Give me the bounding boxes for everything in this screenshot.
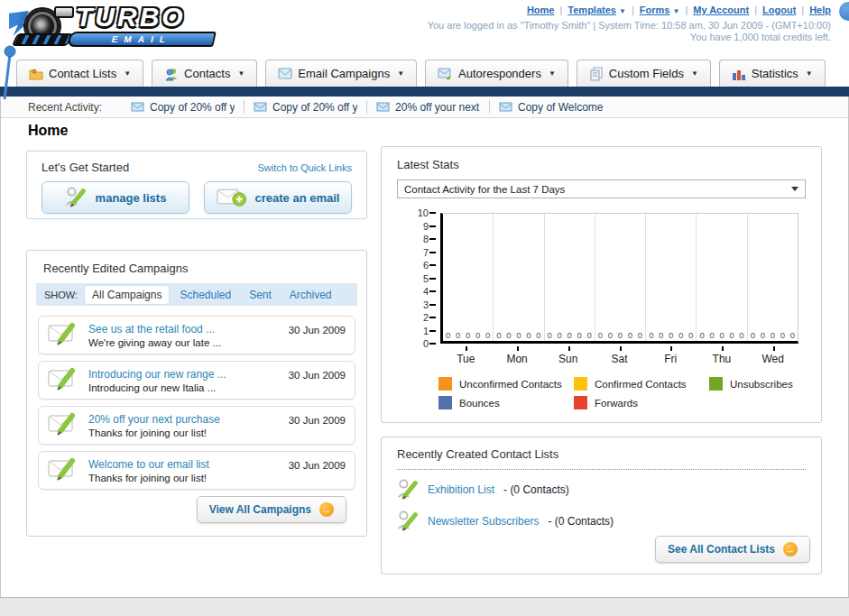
show-label: SHOW: [44,290,78,300]
button-label: manage lists [96,191,167,205]
separator: | [685,5,688,15]
campaign-date: 30 Jun 2009 [289,454,346,487]
campaign-row: 20% off your next purchase Thanks for jo… [38,406,355,445]
y-axis-tick [429,278,436,280]
filter-sent[interactable]: Sent [242,286,279,304]
chevron-down-icon: ▼ [549,69,556,78]
value-label: 0 [506,330,511,340]
recent-activity-item[interactable]: Copy of Welcome to [490,100,612,114]
legend-label: Bounces [459,398,500,409]
y-axis-label: 2 [403,312,429,323]
recent-activity-item[interactable]: Copy of 20% off yo [245,100,367,114]
value-label: 0 [751,330,755,340]
y-axis-label: 8 [403,234,429,244]
campaigns-title: Recently Edited Campaigns [27,251,366,283]
envelope-icon [278,68,292,79]
dropdown-value: Contact Activity for the Last 7 Days [404,184,565,195]
latest-stats-panel: Latest Stats Contact Activity for the La… [381,146,822,423]
chevron-down-icon: ▼ [237,69,245,78]
campaign-link[interactable]: 20% off your next purchase [88,413,281,426]
separator: | [632,5,634,15]
value-label: 0 [446,330,450,340]
campaign-subtitle: Introducing our new Italia ... [88,382,281,393]
value-label: 0 [485,330,490,340]
campaign-date: 30 Jun 2009 [289,318,346,352]
tab-label: Email Campaigns [298,67,390,80]
filter-all-campaigns[interactable]: All Campaigns [85,286,169,304]
top-link-forms[interactable]: Forms [640,5,670,15]
top-link-help[interactable]: Help [809,5,831,15]
y-axis-label: 9 [403,221,429,232]
campaign-link[interactable]: Introducing our new range ... [88,368,281,381]
pages-icon [589,67,604,81]
filter-archived[interactable]: Archived [282,286,339,304]
x-axis-label: Wed [747,346,798,365]
top-header: TURBO EMAIL Home|Templates ▼|Forms ▼|My … [0,0,849,54]
top-link-templates[interactable]: Templates [568,5,616,15]
create-an-email-button[interactable]: create an email [204,181,352,214]
x-axis-label: Sat [594,346,645,365]
button-label: See All Contact Lists [668,543,775,556]
legend-swatch-icon [574,377,587,391]
tab-autoresponders[interactable]: Autoresponders ▼ [425,60,568,87]
tab-custom-fields[interactable]: Custom Fields ▼ [577,60,711,87]
tab-contact-lists[interactable]: Contact Lists ▼ [16,60,143,87]
value-label: 0 [548,330,552,340]
value-label: 0 [699,330,704,340]
campaign-link[interactable]: Welcome to our email list [88,458,281,471]
recent-activity-bar: Recent Activity: Copy of 20% off yo Copy… [1,97,848,118]
legend-item: Unconfirmed Contacts [438,377,574,391]
value-label: 0 [608,330,613,340]
contact-list-link[interactable]: Newsletter Subscribers [428,515,539,528]
value-label: 0 [688,330,693,340]
recent-activity-item[interactable]: 20% off your next p [367,100,490,114]
top-link-home[interactable]: Home [527,5,555,15]
campaign-link[interactable]: See us at the retail food ... [88,323,281,336]
campaigns-filter-bar: SHOW: All Campaigns Scheduled Sent Archi… [36,283,357,306]
tab-contacts[interactable]: Contacts ▼ [152,60,257,87]
activity-text: Copy of Welcome to [518,101,603,114]
y-axis-label: 3 [403,299,429,310]
y-axis-label: 0 [403,338,429,349]
value-label: 0 [598,330,603,340]
stats-title: Latest Stats [397,158,806,171]
value-label: 0 [568,330,572,340]
turbo-email-logo[interactable]: TURBO EMAIL [9,4,226,52]
value-label: 0 [719,330,724,340]
page-title: Home [28,123,68,139]
value-label: 0 [638,330,642,340]
value-label: 0 [526,330,531,340]
campaign-row: Introducing our new range ... Introducin… [38,361,355,400]
chart-day-group: 00000 [748,214,798,341]
view-all-campaigns-button[interactable]: View All Campaigns → [197,496,346,523]
envelope-plus-icon [217,187,246,208]
value-label: 0 [587,330,592,340]
contact-list-link[interactable]: Exhibition List [428,483,494,496]
value-label: 0 [739,330,743,340]
top-link-logout[interactable]: Logout [762,5,796,15]
y-axis-tick [429,212,436,214]
chart-day-group: 00000 [646,214,697,341]
legend-swatch-icon [438,377,452,391]
tab-statistics[interactable]: Statistics ▼ [719,60,826,87]
campaign-row: Welcome to our email list Thanks for joi… [38,451,355,490]
get-started-title: Let's Get Started [42,161,129,174]
chart-day-group: 00000 [545,214,595,341]
help-bubble-icon[interactable] [839,2,849,21]
activity-text: Copy of 20% off yo [272,101,357,114]
manage-lists-button[interactable]: manage lists [42,181,189,214]
see-all-contact-lists-button[interactable]: See All Contact Lists → [655,536,810,563]
value-label: 0 [771,330,775,340]
filter-scheduled[interactable]: Scheduled [172,286,238,304]
chart-yaxis: 012345678910 [397,213,438,344]
switch-to-quick-links[interactable]: Switch to Quick Links [257,162,352,173]
chevron-down-icon: ▼ [397,69,404,78]
top-link-my-account[interactable]: My Account [693,5,749,15]
recent-activity-item[interactable]: Copy of 20% off yo [122,100,245,114]
value-label: 0 [577,330,582,340]
stats-dropdown[interactable]: Contact Activity for the Last 7 Days [397,179,806,198]
y-axis-label: 10 [403,207,429,218]
x-axis-label: Mon [492,346,543,365]
tab-email-campaigns[interactable]: Email Campaigns ▼ [265,60,417,87]
envelope-pencil-icon [48,409,80,436]
